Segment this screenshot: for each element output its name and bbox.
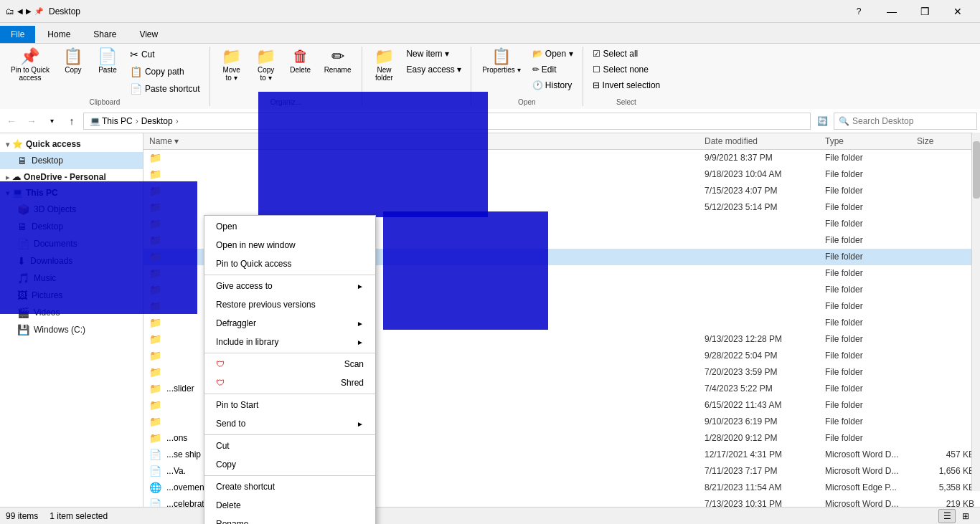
- ctx-pin-to-start[interactable]: Pin to Start: [204, 396, 375, 414]
- breadcrumb: 💻 This PC › Desktop ›: [90, 116, 180, 126]
- ctx-scan[interactable]: 🛡 Scan: [204, 355, 375, 373]
- new-item-button[interactable]: New item ▾: [402, 47, 465, 61]
- open-label: 📂 Open ▾: [532, 49, 573, 59]
- select-all-button[interactable]: ☑ Select all: [589, 47, 664, 61]
- folder-icon: 📁: [149, 317, 161, 328]
- delete-button[interactable]: 🗑 Delete: [285, 47, 316, 76]
- details-view-button[interactable]: ☰: [938, 509, 956, 523]
- refresh-button[interactable]: 🔄: [814, 113, 831, 130]
- search-icon: 🔍: [839, 116, 849, 126]
- file-type: File folder: [825, 433, 911, 443]
- pin-quick-access-button[interactable]: 📌 Pin to Quickaccess: [6, 47, 55, 84]
- select-label: Select: [616, 97, 636, 106]
- properties-button[interactable]: 📋 Properties ▾: [477, 47, 525, 76]
- file-date: 1/28/2020 9:12 PM: [705, 433, 819, 443]
- delete-label: Delete: [290, 66, 311, 74]
- minimize-button[interactable]: —: [875, 0, 908, 23]
- col-header-date[interactable]: Date modified: [705, 136, 819, 146]
- tab-home[interactable]: Home: [37, 26, 81, 43]
- paste-shortcut-button[interactable]: 📄 Paste shortcut: [126, 81, 204, 97]
- ctx-sep-2: [204, 353, 375, 353]
- invert-selection-button[interactable]: ⊟ Invert selection: [589, 78, 664, 92]
- new-small-btns: New item ▾ Easy access ▾: [402, 47, 465, 77]
- cut-label: Cut: [141, 49, 155, 59]
- copy-button[interactable]: 📋 Copy: [57, 47, 89, 76]
- file-type: File folder: [825, 153, 911, 163]
- title-bar: 🗂 ◀ ▶ 📌 Desktop ? — ❒ ✕: [0, 0, 980, 23]
- ctx-send-to-label: Send to: [216, 419, 245, 429]
- history-button[interactable]: 🕐 History: [529, 78, 577, 92]
- cut-button[interactable]: ✂ Cut: [126, 47, 204, 62]
- ctx-send-to[interactable]: Send to ►: [204, 414, 375, 433]
- up-button[interactable]: ↑: [63, 113, 80, 130]
- sidebar-item-windowsc[interactable]: 💾 Windows (C:): [0, 321, 143, 338]
- selected-count: 1 item selected: [50, 511, 108, 521]
- back-button[interactable]: ←: [3, 113, 20, 130]
- easy-access-button[interactable]: Easy access ▾: [402, 62, 465, 77]
- large-icons-view-button[interactable]: ⊞: [957, 509, 974, 523]
- path-thispc[interactable]: This PC: [102, 116, 133, 126]
- pin-icon: 📌: [20, 49, 39, 65]
- ctx-rename-label: Rename: [216, 519, 248, 524]
- select-none-button[interactable]: ☐ Select none: [589, 62, 664, 77]
- ctx-sep-1: [204, 275, 375, 275]
- recent-button[interactable]: ▾: [43, 113, 60, 130]
- ctx-cut[interactable]: Cut: [204, 437, 375, 455]
- help-button[interactable]: ?: [842, 0, 875, 23]
- ctx-shred[interactable]: 🛡 Shred: [204, 373, 375, 392]
- edit-label: ✏ Edit: [532, 65, 557, 75]
- copy-to-button[interactable]: 📁 Copyto ▾: [250, 47, 282, 84]
- title-bar-pin: 📌: [34, 7, 43, 15]
- rename-button[interactable]: ✏ Rename: [319, 47, 357, 76]
- copy-path-button[interactable]: 📋 Copy path: [126, 64, 204, 80]
- window-title: Desktop: [49, 6, 80, 16]
- col-header-type[interactable]: Type: [825, 136, 911, 146]
- ctx-open-new-window[interactable]: Open in new window: [204, 236, 375, 254]
- ctx-defraggler[interactable]: Defraggler ►: [204, 314, 375, 333]
- folder-icon: 📁: [149, 152, 161, 163]
- scrollbar[interactable]: [971, 133, 980, 491]
- folder-icon: 📁: [149, 383, 161, 394]
- ctx-copy[interactable]: Copy: [204, 455, 375, 474]
- file-date: 12/17/2021 4:31 PM: [705, 449, 819, 459]
- tab-file[interactable]: File: [0, 26, 35, 43]
- ctx-give-access[interactable]: Give access to ►: [204, 277, 375, 295]
- sidebar-item-desktop[interactable]: 🖥 Desktop: [0, 152, 143, 169]
- select-small-btns: ☑ Select all ☐ Select none ⊟ Invert sele…: [589, 47, 664, 92]
- ctx-rename[interactable]: Rename: [204, 515, 375, 524]
- pin-label: Pin to Quickaccess: [11, 66, 50, 82]
- file-type: File folder: [825, 235, 911, 245]
- ctx-include-library[interactable]: Include in library ►: [204, 333, 375, 351]
- ctx-delete[interactable]: Delete: [204, 496, 375, 515]
- item-count: 99 items: [6, 511, 38, 521]
- ctx-pin-quick-access[interactable]: Pin to Quick access: [204, 254, 375, 273]
- file-type: File folder: [825, 384, 911, 394]
- word-icon: 📄: [149, 449, 161, 460]
- edit-button[interactable]: ✏ Edit: [529, 62, 577, 77]
- search-box[interactable]: 🔍: [834, 113, 977, 130]
- ctx-restore-previous[interactable]: Restore previous versions: [204, 295, 375, 314]
- ctx-give-access-label: Give access to: [216, 281, 273, 291]
- ctx-create-shortcut[interactable]: Create shortcut: [204, 477, 375, 496]
- paste-button[interactable]: 📄 Paste: [92, 47, 123, 76]
- desktop-icon: 🖥: [17, 155, 27, 166]
- new-folder-button[interactable]: 📁 Newfolder: [368, 47, 400, 84]
- search-input[interactable]: [852, 116, 972, 126]
- tab-view[interactable]: View: [128, 26, 169, 43]
- open-label: Open: [518, 97, 535, 106]
- path-desktop[interactable]: Desktop: [141, 116, 173, 126]
- forward-button[interactable]: →: [23, 113, 40, 130]
- restore-button[interactable]: ❒: [908, 0, 941, 23]
- file-type: File folder: [825, 334, 911, 344]
- address-bar: ← → ▾ ↑ 💻 This PC › Desktop › 🔄 🔍: [0, 109, 980, 133]
- desktop-label: Desktop: [32, 156, 63, 166]
- sidebar-section-quick-access[interactable]: ▾ ⭐ Quick access: [0, 136, 143, 152]
- move-to-button[interactable]: 📁 Moveto ▾: [216, 47, 248, 84]
- invert-selection-icon: ⊟: [593, 80, 600, 90]
- col-header-size[interactable]: Size: [917, 136, 974, 146]
- scrollbar-thumb[interactable]: [973, 141, 980, 199]
- close-button[interactable]: ✕: [941, 0, 974, 23]
- tab-share[interactable]: Share: [83, 26, 127, 43]
- open-button[interactable]: 📂 Open ▾: [529, 47, 577, 61]
- ctx-open[interactable]: Open: [204, 217, 375, 236]
